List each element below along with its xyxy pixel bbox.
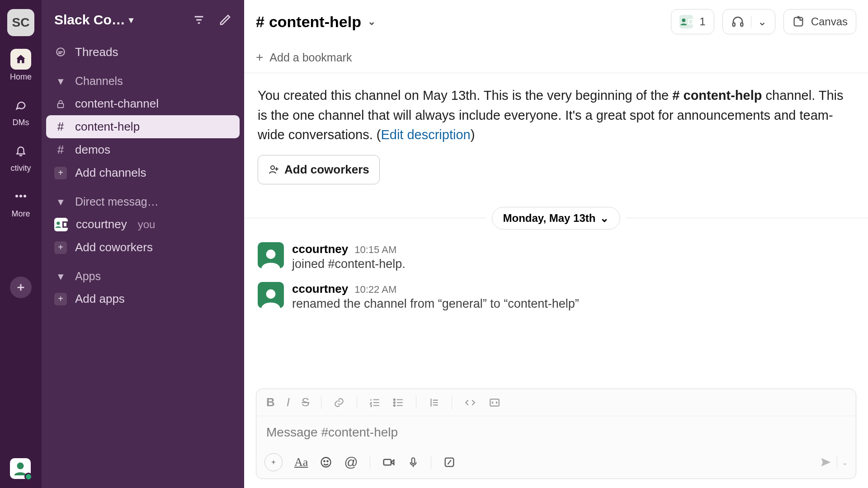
message-author[interactable]: ccourtney bbox=[292, 282, 348, 296]
dm-header: Direct messag… bbox=[75, 195, 159, 208]
format-toggle-button[interactable]: Aa bbox=[294, 455, 308, 469]
send-button[interactable]: ⌄ bbox=[820, 456, 848, 469]
message-row: ccourtney 10:22 AM renamed the channel f… bbox=[244, 279, 868, 319]
rail-create[interactable] bbox=[10, 277, 32, 298]
workspace-switcher[interactable]: SC bbox=[7, 9, 34, 36]
svg-point-7 bbox=[57, 221, 60, 225]
plus-icon: + bbox=[54, 241, 67, 254]
bold-button[interactable]: B bbox=[266, 395, 275, 409]
message-input[interactable]: Message #content-help bbox=[256, 416, 856, 449]
rail-activity-label: ctivity bbox=[11, 164, 31, 173]
svg-point-12 bbox=[271, 166, 274, 169]
svg-point-8 bbox=[682, 19, 686, 22]
message-row: ccourtney 10:15 AM joined #content-help. bbox=[244, 239, 868, 279]
svg-point-21 bbox=[327, 461, 328, 462]
date-pill[interactable]: Monday, May 13th ⌄ bbox=[492, 207, 621, 230]
add-coworkers-label: Add coworkers bbox=[284, 161, 369, 178]
add-channels[interactable]: + Add channels bbox=[46, 161, 240, 184]
channel-header: # content-help ⌄ 1 ⌄ Canvas bbox=[244, 0, 868, 44]
add-coworkers-button[interactable]: Add coworkers bbox=[258, 155, 380, 184]
add-channels-label: Add channels bbox=[75, 166, 146, 180]
rail-activity[interactable]: ctivity bbox=[0, 140, 42, 173]
svg-rect-22 bbox=[384, 460, 391, 465]
hash-icon: # bbox=[54, 143, 67, 157]
message-time: 10:22 AM bbox=[354, 284, 396, 296]
attach-button[interactable]: + bbox=[264, 453, 283, 471]
channel-content-channel[interactable]: content-channel bbox=[46, 92, 240, 115]
strike-button[interactable]: S bbox=[302, 395, 309, 409]
channels-header: Channels bbox=[75, 75, 123, 88]
caret-down-icon: ▾ bbox=[54, 270, 67, 283]
plus-icon: + bbox=[54, 293, 67, 305]
code-button[interactable] bbox=[464, 397, 476, 408]
canvas-button[interactable]: Canvas bbox=[783, 9, 856, 34]
add-coworkers[interactable]: + Add coworkers bbox=[46, 236, 240, 259]
ordered-list-button[interactable] bbox=[369, 397, 381, 408]
video-button[interactable] bbox=[382, 455, 396, 469]
dm-ccourtney[interactable]: ccourtney you bbox=[46, 213, 240, 236]
shortcut-button[interactable] bbox=[443, 456, 456, 469]
svg-point-3 bbox=[17, 463, 24, 469]
intro-channel-name: # content-help bbox=[672, 88, 762, 103]
chevron-down-icon[interactable]: ⌄ bbox=[842, 458, 848, 467]
channel-content-help[interactable]: # content-help bbox=[46, 115, 240, 138]
svg-point-20 bbox=[324, 461, 325, 462]
message-text: joined #content-help. bbox=[292, 257, 406, 271]
you-label: you bbox=[138, 218, 156, 231]
add-apps[interactable]: + Add apps bbox=[46, 287, 240, 310]
rail-dms[interactable]: DMs bbox=[0, 94, 42, 127]
message-author[interactable]: ccourtney bbox=[292, 242, 348, 256]
presence-dot-icon bbox=[688, 19, 693, 24]
more-icon bbox=[10, 186, 31, 206]
svg-point-0 bbox=[15, 195, 18, 197]
threads-icon bbox=[54, 47, 67, 58]
message-composer: B I S Message #content-help + Aa @ bbox=[256, 389, 856, 479]
svg-point-2 bbox=[24, 195, 26, 197]
apps-header: Apps bbox=[75, 270, 101, 283]
codeblock-button[interactable] bbox=[488, 397, 501, 408]
sidebar: Slack Co… ▾ Threads ▾ Channels content-c… bbox=[42, 0, 244, 488]
svg-rect-6 bbox=[58, 103, 64, 108]
message-time: 10:15 AM bbox=[354, 244, 396, 256]
threads-link[interactable]: Threads bbox=[46, 41, 240, 64]
hash-icon: # bbox=[54, 120, 67, 134]
compose-button[interactable] bbox=[215, 10, 235, 30]
dm-section[interactable]: ▾ Direct messag… bbox=[46, 191, 240, 213]
svg-rect-23 bbox=[412, 458, 415, 464]
members-button[interactable]: 1 bbox=[671, 9, 714, 34]
intro-text: You created this channel on May 13th. Th… bbox=[258, 88, 672, 103]
svg-point-17 bbox=[394, 404, 395, 406]
filter-button[interactable] bbox=[189, 10, 209, 30]
link-button[interactable] bbox=[333, 397, 345, 408]
hash-icon: # bbox=[256, 13, 264, 31]
avatar[interactable] bbox=[258, 242, 284, 268]
emoji-button[interactable] bbox=[320, 456, 332, 469]
mention-button[interactable]: @ bbox=[344, 455, 358, 470]
avatar[interactable] bbox=[258, 282, 284, 308]
channel-title[interactable]: # content-help ⌄ bbox=[256, 13, 376, 31]
channel-label: content-help bbox=[75, 120, 140, 134]
rail-more[interactable]: More bbox=[0, 186, 42, 219]
rail-home[interactable]: Home bbox=[0, 49, 42, 82]
apps-section[interactable]: ▾ Apps bbox=[46, 265, 240, 287]
huddle-button[interactable]: ⌄ bbox=[722, 9, 775, 34]
bullet-list-button[interactable] bbox=[392, 397, 404, 408]
dm-label: ccourtney bbox=[76, 217, 127, 231]
italic-button[interactable]: I bbox=[287, 395, 290, 409]
edit-description-link[interactable]: Edit description bbox=[381, 127, 470, 142]
avatar bbox=[679, 15, 693, 28]
blockquote-button[interactable] bbox=[428, 397, 440, 408]
composer-actions: + Aa @ ⌄ bbox=[256, 449, 856, 479]
caret-down-icon: ▾ bbox=[54, 75, 67, 88]
svg-point-1 bbox=[19, 195, 22, 197]
rail-user-avatar[interactable] bbox=[10, 458, 31, 479]
audio-button[interactable] bbox=[407, 455, 419, 469]
channels-section[interactable]: ▾ Channels bbox=[46, 70, 240, 92]
channel-demos[interactable]: # demos bbox=[46, 138, 240, 161]
workspace-name[interactable]: Slack Co… ▾ bbox=[54, 12, 183, 28]
avatar bbox=[54, 218, 68, 231]
date-divider: Monday, May 13th ⌄ bbox=[244, 207, 868, 230]
add-bookmark[interactable]: + Add a bookmark bbox=[244, 44, 868, 73]
svg-point-16 bbox=[394, 402, 395, 403]
add-coworkers-label: Add coworkers bbox=[75, 240, 153, 254]
